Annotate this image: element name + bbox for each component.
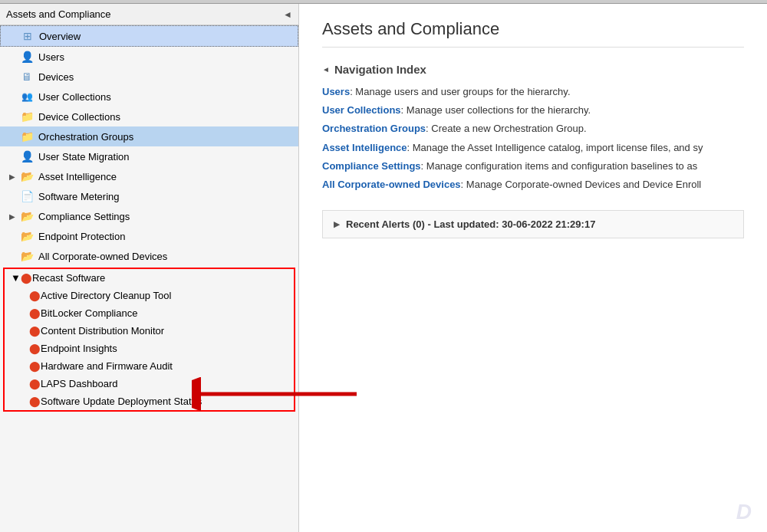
nav-link-users-desc: : Manage users and user groups for the h… <box>350 86 570 97</box>
sidebar-item-software-update-deployment[interactable]: ⬤ Software Update Deployment Status <box>5 392 294 410</box>
laps-icon: ⬤ <box>29 378 41 389</box>
expand-arrow-compliance[interactable]: ▶ <box>9 212 18 221</box>
nav-link-user-collections: User Collections: Manage user collection… <box>322 103 744 117</box>
sidebar-item-label: Devices <box>38 71 74 83</box>
sidebar-child-label: Endpoint Insights <box>41 343 117 354</box>
sidebar-item-overview[interactable]: ⊞ Overview <box>0 25 298 47</box>
software-update-icon: ⬤ <box>29 396 41 407</box>
sidebar-child-label: Content Distribution Monitor <box>41 325 164 337</box>
sidebar-item-hardware-firmware[interactable]: ⬤ Hardware and Firmware Audit <box>5 357 294 375</box>
sidebar-child-label: BitLocker Compliance <box>41 307 137 319</box>
software-metering-icon: 📄 <box>20 189 34 203</box>
sidebar-item-label: All Corporate-owned Devices <box>38 251 167 262</box>
sidebar-item-user-state-migration[interactable]: 👤 User State Migration <box>0 146 298 166</box>
recent-alerts-section: ▶ Recent Alerts (0) - Last updated: 30-0… <box>322 210 744 238</box>
migration-icon: 👤 <box>20 149 34 163</box>
nav-link-users: Users: Manage users and user groups for … <box>322 85 744 99</box>
nav-links-list: Users: Manage users and user groups for … <box>322 85 744 192</box>
sidebar-item-bitlocker[interactable]: ⬤ BitLocker Compliance <box>5 304 294 322</box>
ad-cleanup-icon: ⬤ <box>29 290 41 301</box>
page-title: Assets and Compliance <box>322 19 744 48</box>
corporate-devices-icon: 📂 <box>20 249 34 263</box>
sidebar-item-compliance-settings[interactable]: ▶ 📂 Compliance Settings <box>0 206 298 226</box>
recast-header-label: Recast Software <box>32 272 105 284</box>
endpoint-protection-icon: 📂 <box>20 229 34 243</box>
sidebar-item-device-collections[interactable]: 📁 Device Collections <box>0 107 298 126</box>
compliance-settings-icon: 📂 <box>20 209 34 223</box>
nav-link-compliance-desc: : Manage configuration items and configu… <box>421 160 698 172</box>
sidebar-item-user-collections[interactable]: 👥 User Collections <box>0 87 298 107</box>
content-dist-icon: ⬤ <box>29 325 41 337</box>
sidebar-header: Assets and Compliance ◄ <box>0 4 298 25</box>
sidebar-item-label: Overview <box>39 31 81 42</box>
sidebar-item-devices[interactable]: 🖥 Devices <box>0 67 298 87</box>
expand-arrow-asset[interactable]: ▶ <box>9 172 18 181</box>
nav-link-compliance-anchor[interactable]: Compliance Settings <box>322 160 421 172</box>
user-collections-icon: 👥 <box>20 90 34 103</box>
nav-index-arrow[interactable]: ◄ <box>322 65 330 74</box>
sidebar-item-label: Compliance Settings <box>38 211 130 222</box>
hardware-firmware-icon: ⬤ <box>29 360 41 372</box>
sidebar-child-label: Software Update Deployment Status <box>41 396 202 407</box>
sidebar-item-label: Asset Intelligence <box>38 171 117 182</box>
nav-link-corporate-devices-desc: : Manage Corporate-owned Devices and Dev… <box>461 179 702 190</box>
recent-alerts-title: Recent Alerts (0) - Last updated: 30-06-… <box>346 218 595 230</box>
sidebar-item-laps[interactable]: ⬤ LAPS Dashboard <box>5 375 294 392</box>
nav-link-asset-intelligence: Asset Intelligence: Manage the Asset Int… <box>322 141 744 155</box>
watermark: D <box>736 500 752 524</box>
sidebar-child-label: Hardware and Firmware Audit <box>41 360 173 372</box>
sidebar-title: Assets and Compliance <box>6 8 111 20</box>
content-area: Assets and Compliance ◄ Navigation Index… <box>299 4 767 532</box>
nav-index-header[interactable]: ◄ Navigation Index <box>322 63 744 76</box>
sidebar-item-content-distribution[interactable]: ⬤ Content Distribution Monitor <box>5 322 294 340</box>
nav-link-user-collections-desc: : Manage user collections for the hierar… <box>401 104 591 116</box>
sidebar-item-label: Software Metering <box>38 191 120 202</box>
sidebar-item-label: Device Collections <box>38 111 120 123</box>
nav-link-users-anchor[interactable]: Users <box>322 86 350 97</box>
bitlocker-icon: ⬤ <box>29 307 41 319</box>
nav-link-orchestration-desc: : Create a new Orchestration Group. <box>426 123 587 134</box>
sidebar-item-label: Endpoint Protection <box>38 231 125 242</box>
recent-alerts-arrow: ▶ <box>334 220 340 228</box>
sidebar-item-ad-cleanup[interactable]: ⬤ Active Directory Cleanup Tool <box>5 287 294 304</box>
users-icon: 👤 <box>20 50 34 64</box>
nav-link-compliance-settings: Compliance Settings: Manage configuratio… <box>322 159 744 173</box>
sidebar-item-endpoint-protection[interactable]: 📂 Endpoint Protection <box>0 226 298 246</box>
nav-index-title: Navigation Index <box>334 63 426 76</box>
recent-alerts-header[interactable]: ▶ Recent Alerts (0) - Last updated: 30-0… <box>323 211 743 238</box>
sidebar-item-asset-intelligence[interactable]: ▶ 📂 Asset Intelligence <box>0 166 298 186</box>
nav-link-orchestration-anchor[interactable]: Orchestration Groups <box>322 123 426 134</box>
sidebar-item-label: User Collections <box>38 91 111 103</box>
nav-link-orchestration-groups: Orchestration Groups: Create a new Orche… <box>322 122 744 136</box>
sidebar-item-users[interactable]: 👤 Users <box>0 47 298 67</box>
main-container: Assets and Compliance ◄ ⊞ Overview 👤 Use… <box>0 3 767 532</box>
sidebar-collapse-button[interactable]: ◄ <box>283 9 292 20</box>
sidebar-item-orchestration-groups[interactable]: 📁 Orchestration Groups <box>0 126 298 146</box>
recast-icon: ⬤ <box>21 272 32 284</box>
nav-link-asset-intelligence-desc: : Manage the Asset Intelligence catalog,… <box>407 142 703 153</box>
nav-link-asset-intelligence-anchor[interactable]: Asset Intelligence <box>322 142 407 153</box>
device-collections-icon: 📁 <box>20 110 34 123</box>
navigation-index-section: ◄ Navigation Index Users: Manage users a… <box>322 63 744 192</box>
sidebar-item-endpoint-insights[interactable]: ⬤ Endpoint Insights <box>5 340 294 357</box>
devices-icon: 🖥 <box>20 70 34 84</box>
sidebar-item-label: Users <box>38 51 64 63</box>
nav-link-user-collections-anchor[interactable]: User Collections <box>322 104 401 116</box>
sidebar-child-label: LAPS Dashboard <box>41 378 117 389</box>
asset-intelligence-icon: 📂 <box>20 169 34 183</box>
sidebar-item-all-corporate-devices[interactable]: 📂 All Corporate-owned Devices <box>0 246 298 266</box>
sidebar-item-label: Orchestration Groups <box>38 131 133 143</box>
endpoint-insights-icon: ⬤ <box>29 343 41 354</box>
sidebar-item-recast-software[interactable]: ▼ ⬤ Recast Software <box>5 269 294 287</box>
recast-software-section: ▼ ⬤ Recast Software ⬤ Active Directory C… <box>3 268 295 412</box>
overview-icon: ⊞ <box>21 29 35 43</box>
sidebar: Assets and Compliance ◄ ⊞ Overview 👤 Use… <box>0 4 299 532</box>
sidebar-items: ⊞ Overview 👤 Users 🖥 Devices 👥 User Coll… <box>0 25 298 532</box>
nav-link-corporate-devices-anchor[interactable]: All Corporate-owned Devices <box>322 179 461 190</box>
expand-arrow-recast[interactable]: ▼ <box>11 272 21 284</box>
sidebar-child-label: Active Directory Cleanup Tool <box>41 290 171 301</box>
sidebar-item-label: User State Migration <box>38 151 130 163</box>
nav-link-corporate-devices: All Corporate-owned Devices: Manage Corp… <box>322 178 744 192</box>
orchestration-icon: 📁 <box>20 130 34 143</box>
sidebar-item-software-metering[interactable]: 📄 Software Metering <box>0 186 298 206</box>
